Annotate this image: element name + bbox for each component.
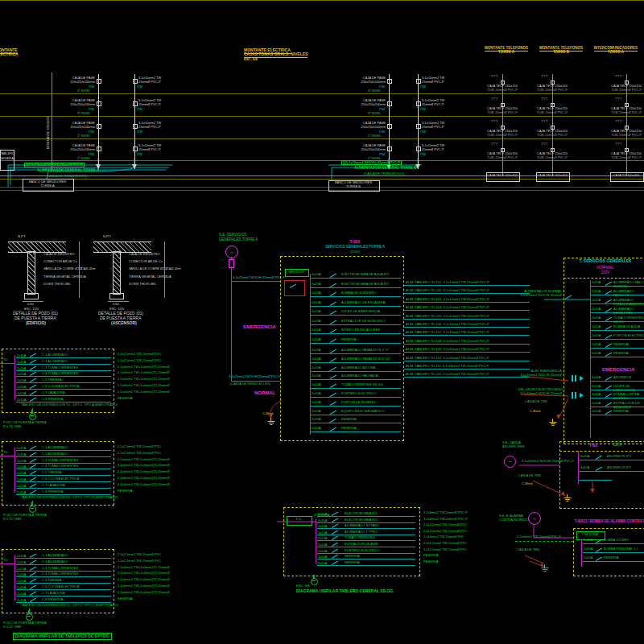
breaker-rating: 2x20A <box>592 409 601 413</box>
ground-icon <box>29 506 36 513</box>
breaker-icon <box>30 484 36 489</box>
circuit-row: 2x20A ALUMBRADO AZOTEA <box>311 365 401 374</box>
wire-spec: 2-1x4mm2 TW+1x4mm2(T)-20mmØ <box>118 469 170 476</box>
riser-floor-cell: CAJA DE PASE 250x250x100mm ITM 4º NIVEL … <box>344 74 464 97</box>
circuits: 3x30A ELECTROBOMBA Nº1 3x30A ELECTROBOMB… <box>317 512 415 567</box>
breaker-icon <box>30 477 36 482</box>
breaker-icon <box>330 292 336 297</box>
breaker-icon <box>330 427 336 432</box>
breaker-rating: 2x15A <box>17 554 26 558</box>
breaker-icon <box>605 282 612 287</box>
circuit-wire <box>580 471 644 472</box>
circuit-label: TOMACORRIENTES SS.GG. <box>341 382 384 386</box>
circuit-label: TOMACORRIENTES <box>345 535 375 539</box>
wire-specs: 3-1x6mm2 TW-20mmØ PVC-P3-1x6mm2 TW-20mmØ… <box>423 510 468 565</box>
circuit-label: PORTERO ELECTRICO <box>345 548 380 552</box>
circuit-row: 3x20A ELECTROBOMBA DE AGUA Nº1 <box>311 272 401 282</box>
pull-box-icon <box>133 101 138 106</box>
circuit-row: 2x20A ALUMBRADO PASILLOS <box>591 289 644 298</box>
circuit-wire <box>311 296 401 297</box>
breaker-rating: 2x20A <box>592 316 601 320</box>
normal-circuits: 2x20A ALUMBRADO HALL DE INGRESO 2x20A AL… <box>591 280 644 360</box>
circuit-label: C-3 TOMACORRIENTES <box>42 365 78 369</box>
breaker-rating: 2x20A <box>312 319 320 323</box>
feeder-label: ALIM. TABLERO TD-104: 3-1x10mm2 TW-25mmØ… <box>406 305 489 309</box>
breaker-rating: 3x40A <box>592 375 601 379</box>
circuit-label: C-2 ALUMBRADO <box>42 559 68 564</box>
breaker-rating: 2x20A <box>592 333 601 337</box>
wire <box>231 266 232 381</box>
breaker-icon <box>330 320 336 325</box>
breaker-icon <box>330 274 336 279</box>
wire-spec: 2-1x4mm2 TW+1x4mm2(T)-20mmØ <box>118 370 170 377</box>
emerg-circuits: 3x20A ELECTROBOMBA DE AGUA Nº1 3x20A ELE… <box>311 272 401 346</box>
breaker-icon <box>30 353 36 358</box>
riser-floor-cell: CAJA DE PASE 250x250x100mm ITM 2º NIVEL … <box>344 119 464 142</box>
normal-feeder-note: (CAIDA DE TENSION 1.8%) <box>230 382 270 386</box>
breaker-icon <box>596 456 602 460</box>
circuit-label: ALUMBRADO PASADIZOS 1º-5º <box>341 348 389 352</box>
breaker-rating: 2x20A <box>312 365 320 369</box>
circuit-row: 2x20A RESERVA <box>591 409 644 418</box>
breaker-rating: 2x20A <box>592 307 601 311</box>
breaker-rating: 2x20A <box>318 555 327 559</box>
pull-box-icon <box>387 147 392 151</box>
circuit-row: 3x40A ASCENSOR Nº1 <box>580 452 644 464</box>
circuit-label: C-8 RESERVA <box>42 397 63 401</box>
circuit-label: RESERVA <box>613 342 629 346</box>
riser-floor-cell: CAJA DE PASE 250x250x100mm ITM 1º NIVEL … <box>53 142 174 164</box>
leader-label: DOSIS THOR-GEL <box>129 283 169 286</box>
breaker-rating: 2x20A <box>312 337 320 341</box>
phone-floor-cell: ┬┬┬ CAJA TELF. 150x150 TUB. 20mmØ PVC-P <box>531 97 573 119</box>
breaker-icon <box>596 467 602 472</box>
breaker-icon <box>30 567 36 572</box>
phone-floor-cell: ┬┬┬ CAJA TELF. 150x150 TUB. 20mmØ PVC-P <box>531 74 573 97</box>
wire-spec: 2-1x4mm2 TW+1x4mm2(T)-20mmØ <box>118 571 170 577</box>
breaker-icon <box>605 353 612 357</box>
leader-label: CONECTOR AB DE Cu <box>129 260 169 263</box>
breaker-icon <box>30 360 36 365</box>
panel-voltage: (220V) <box>311 250 399 254</box>
circuit-row: 2x20A RESERVA <box>591 342 644 351</box>
wire-spec: RESERVA <box>423 553 468 559</box>
circuit-wire <box>311 388 401 389</box>
circuit-label: EXTRACTOR DE MONOXIDO <box>341 319 386 323</box>
pull-box-icon <box>416 147 421 151</box>
feeder-label: ALIM. TABLERO TD-106: 3-1x16mm2 TW-25mmØ… <box>406 322 489 326</box>
meter-icon: ~ <box>225 246 238 258</box>
feeder-wire <box>404 302 530 303</box>
transfer-contact-icon <box>572 392 573 398</box>
circuit-label: ASCENSOR Nº1 <box>607 454 631 458</box>
panel-title: T. SERVICIOS GENERALES <box>565 259 644 263</box>
feeder-row: ALIM. TABLERO TD-101: 3-1x10mm2 TW-25mmØ… <box>404 280 530 288</box>
feeder-wire <box>404 361 530 361</box>
wire-spec: 2-1x4mm2 TW-15mmØ PVC <box>423 535 468 541</box>
breaker-rating: 2x20A <box>17 464 26 469</box>
riser-floor-cell: CAJA DE PASE 250x250x100mm ITM 3º NIVEL … <box>53 97 174 119</box>
circuit-row: 2x20A PORTON ELECTRICO <box>591 333 644 342</box>
breaker-rating: 3x30A <box>592 392 601 396</box>
breaker-rating: 2x20A <box>312 400 320 404</box>
circuits: 3x40A ASCENSOR Nº1 3x40A ASCENSOR Nº2 <box>580 452 644 475</box>
breaker-icon <box>605 386 612 390</box>
breaker-rating: 2x30A <box>17 585 26 589</box>
circuit-label: RESERVA <box>341 337 357 341</box>
emerg-circuits: 3x40A ASCENSOR 2x20A LUCES DE EMERGENCIA… <box>591 375 644 418</box>
breaker-rating: 2x20A <box>592 298 601 302</box>
meter-label: S.E. SERVICIOS <box>219 233 246 237</box>
wire-spec: 2-1x4mm2 TW+1x4mm2(T)-20mmØ <box>118 565 170 572</box>
bottom-center-panel: T.G. ITM 3x60A 3x30A ELECTROBOMBA Nº1 3x… <box>283 507 493 601</box>
breaker-icon <box>30 372 36 377</box>
circuit-label: C-5 THERMA <box>42 578 61 582</box>
circuit-label: C-5 THERMA <box>42 378 61 382</box>
breaker-icon <box>330 419 336 423</box>
circuit-row: 2x20A RESERVA <box>311 337 401 347</box>
breaker-rating: 2x20A <box>592 289 601 293</box>
circuit-label: ALUMBRADO PASILLOS <box>613 289 644 297</box>
wire-spec: 2-1x4mm2 TW+1x4mm2(T)-20mmØ <box>118 577 170 584</box>
phone-floor-cell: ┬┬┬ CAJA TELF. 150x150 TUB. 20mmØ PVC-P <box>605 142 644 164</box>
wire-spec: 2-1x2.5mm2 TW-15mmØ PVC <box>423 522 468 529</box>
leader-label: TIERRA VEGETAL CERNIDA <box>43 275 84 279</box>
breaker-icon <box>30 385 36 390</box>
circuits: 2x15A C-1 ALUMBRADO 2x15A C-2 ALUMBRADO … <box>16 446 111 496</box>
